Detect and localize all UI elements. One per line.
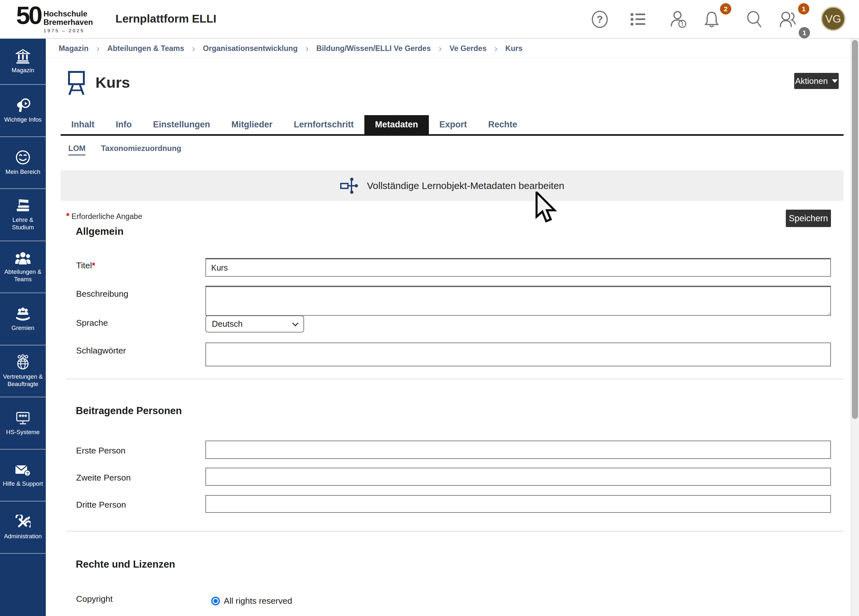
breadcrumb-item[interactable]: Kurs [505,44,523,53]
sidebar-item-mein-bereich[interactable]: Mein Bereich [0,137,46,189]
sidebar-item-hilfe-support[interactable]: ? Hilfe & Support [0,450,46,502]
page-title: Kurs [95,73,130,91]
copyright-option-label[interactable]: All rights reserved [224,596,292,606]
section-heading-beitragende: Beitragende Personen [76,405,182,417]
svg-text:?: ? [597,14,603,25]
tab-mitglieder[interactable]: Mitglieder [221,115,283,134]
contacts-secondary-badge: 1 [799,27,810,38]
copyright-radio-dot [214,599,218,603]
group-icon [14,251,31,265]
help-icon[interactable]: ? [591,10,609,29]
section-heading-allgemein: Allgemein [76,226,123,238]
titel-input[interactable] [205,258,831,277]
course-icon [66,70,87,97]
monitor-icon: *** [15,411,31,425]
dritte-person-input[interactable] [205,495,831,513]
required-hint-text: Erforderliche Angabe [72,212,142,220]
sidebar-item-abteilungen-teams[interactable]: Abteilungen & Teams [0,241,46,294]
section-heading-rechte: Rechte und Lizenzen [76,558,175,570]
subtab-lom[interactable]: LOM [68,144,86,155]
university-logo[interactable]: 50 Hochschule Bremerhaven 1975 – 2025 [16,3,93,33]
sidebar-item-wichtige-infos[interactable]: Wichtige Infos [0,85,46,137]
sidebar-item-vertretungen-beauftragte[interactable]: Vertretungen & Beauftragte [0,346,46,398]
todo-list-icon[interactable] [629,10,647,29]
bell-icon[interactable] [703,10,721,29]
actions-button-label: Aktionen [795,76,828,86]
sprache-selected-value: Deutsch [212,319,242,329]
sidebar-item-gremien[interactable]: Gremien [0,293,46,346]
breadcrumb-item[interactable]: Organisationsentwicklung [203,44,298,53]
mail-help-icon: ? [14,463,31,477]
titel-label-text: Titel [76,261,92,270]
scrollbar-thumb[interactable] [852,40,858,419]
subtab-taxonomiezuordnung[interactable]: Taxonomiezuordnung [101,144,181,155]
zweite-person-label: Zweite Person [76,473,131,483]
user-status-icon[interactable]: ! [670,10,688,29]
save-button[interactable]: Speichern [786,210,831,227]
actions-button[interactable]: Aktionen [794,73,839,89]
search-icon[interactable] [745,10,763,29]
breadcrumb-separator-icon: › [494,43,498,54]
copyright-label: Copyright [76,594,112,604]
logo-line1: Hochschule [44,10,93,18]
notifications-badge: 2 [720,3,731,14]
sidebar-filler [0,554,46,616]
logo-50: 50 [16,3,41,33]
breadcrumb-separator-icon: › [192,43,195,54]
tab-metadaten[interactable]: Metadaten [364,115,429,134]
sidebar-item-label: Wichtige Infos [4,116,42,123]
sidebar-item-label: Mein Bereich [5,168,40,175]
avatar[interactable]: VG [821,6,845,31]
svg-text:?: ? [26,471,29,476]
sidebar-item-administration[interactable]: Administration [0,502,46,554]
breadcrumb-item[interactable]: Magazin [59,44,89,53]
breadcrumb-item[interactable]: Ve Gerdes [450,44,487,53]
tab-einstellungen[interactable]: Einstellungen [142,115,220,134]
schlagwoerter-label: Schlagwörter [76,346,126,356]
megaphone-icon [15,98,31,113]
header: 50 Hochschule Bremerhaven 1975 – 2025 Le… [0,0,859,39]
sidebar-item-hs-systeme[interactable]: *** HS-Systeme [0,397,46,450]
tab-underline [61,134,843,136]
tools-icon [15,515,31,530]
breadcrumb-separator-icon: › [439,43,442,54]
breadcrumb-item[interactable]: Bildung/Wissen/ELLI Ve Gerdes [316,44,431,53]
schlagwoerter-input[interactable] [205,342,831,366]
scrollbar-track[interactable] [851,39,859,616]
section-divider [66,378,843,379]
logo-line2: Bremerhaven [44,18,93,27]
breadcrumb-separator-icon: › [305,43,309,54]
breadcrumb-item[interactable]: Abteilungen & Teams [108,44,184,53]
copyright-radio[interactable] [211,597,220,605]
required-hint: *Erforderliche Angabe [66,211,142,221]
sidebar-item-lehre-studium[interactable]: Lehre & Studium [0,189,46,241]
zweite-person-input[interactable] [205,467,831,486]
erste-person-input[interactable] [205,441,831,459]
sidebar-item-label: Abteilungen & Teams [1,268,45,283]
sidebar-item-magazin[interactable]: Magazin [0,39,46,85]
tab-lernfortschritt[interactable]: Lernfortschritt [283,115,364,134]
sidebar-item-label: Administration [4,533,42,540]
sprache-select[interactable]: Deutsch [205,316,304,333]
edit-full-metadata-banner[interactable]: Vollständige Lernobjekt-Metadaten bearbe… [61,170,843,201]
tab-bar: Inhalt Info Einstellungen Mitglieder Ler… [61,115,528,134]
smiley-icon [15,150,31,165]
contacts-icon[interactable] [778,10,799,29]
tab-info[interactable]: Info [105,115,142,134]
beschreibung-textarea[interactable] [205,286,831,316]
bank-icon [16,49,30,64]
tab-inhalt[interactable]: Inhalt [61,115,105,134]
sidebar-item-label: HS-Systeme [6,428,40,436]
logo-text: Hochschule Bremerhaven 1975 – 2025 [44,3,93,33]
titel-label: Titel* [76,261,95,270]
subtab-bar: LOM Taxonomiezuordnung [68,144,181,155]
books-icon [15,199,31,213]
titel-required-star: * [92,261,95,270]
tab-export[interactable]: Export [429,115,478,134]
required-star: * [66,211,70,221]
sidebar-item-label: Hilfe & Support [3,480,43,487]
tab-rechte[interactable]: Rechte [478,115,528,134]
sprache-label: Sprache [76,318,108,328]
sidebar: Magazin Wichtige Infos Mein Bereich Lehr… [0,39,46,616]
committee-icon [15,306,31,321]
